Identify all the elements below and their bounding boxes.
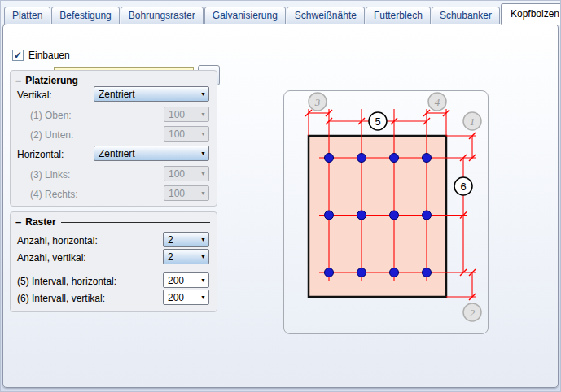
rechts-label: (4) Rechts: <box>30 189 78 200</box>
tab-schubanker[interactable]: Schubanker <box>432 7 500 24</box>
tab-schweissnaehte[interactable]: Schweißnähte <box>287 7 365 24</box>
chevron-down-icon: ▼ <box>200 150 206 156</box>
intervall-horizontal-combo[interactable]: 200 ▼ <box>163 272 209 288</box>
oben-value: 100 <box>169 109 185 120</box>
marker-1-label: 1 <box>470 115 476 128</box>
anzahl-horizontal-label: Anzahl, horizontal: <box>17 235 98 246</box>
horizontal-value: Zentriert <box>99 148 135 159</box>
links-value: 100 <box>169 168 185 180</box>
header-rule <box>61 222 210 223</box>
intervall-horizontal-value: 200 <box>168 275 184 286</box>
chevron-down-icon: ▼ <box>200 237 206 242</box>
raster-group: – Raster Anzahl, horizontal: 2 ▼ Anzahl,… <box>10 211 217 312</box>
unten-value: 100 <box>169 128 185 140</box>
header-rule <box>83 81 210 81</box>
stud-layout-diagram: 3 4 1 2 5 6 <box>284 91 489 335</box>
chevron-down-icon: ▼ <box>200 171 206 176</box>
chevron-down-icon: ▼ <box>200 111 206 117</box>
tab-platten[interactable]: Platten <box>4 7 50 24</box>
chevron-down-icon: ▼ <box>200 91 206 97</box>
links-combo: 100 ▼ <box>164 166 209 181</box>
anzahl-vertikal-label: Anzahl, vertikal: <box>17 252 86 264</box>
raster-header: – Raster <box>15 216 210 228</box>
stud-layout-preview-panel: 3 4 1 2 5 6 <box>283 90 489 334</box>
unten-label: (2) Unten: <box>30 129 73 141</box>
tab-futterblech[interactable]: Futterblech <box>366 7 431 24</box>
anzahl-vertikal-value: 2 <box>168 251 173 263</box>
oben-label: (1) Oben: <box>30 110 72 121</box>
checkmark-icon: ✓ <box>14 50 22 60</box>
chevron-down-icon: ▼ <box>200 277 206 283</box>
chevron-down-icon: ▼ <box>200 131 206 137</box>
marker-4-label: 4 <box>435 96 440 108</box>
horizontal-combo[interactable]: Zentriert ▼ <box>94 146 209 161</box>
einbauen-checkbox[interactable]: ✓ <box>12 50 24 61</box>
chevron-down-icon: ▼ <box>200 190 206 196</box>
tab-bohrungsraster[interactable]: Bohrungsraster <box>121 7 204 24</box>
marker-5-label: 5 <box>375 115 380 128</box>
intervall-vertikal-value: 200 <box>168 292 184 303</box>
platzierung-header: – Platzierung <box>15 75 210 86</box>
tab-strip: Platten Befestigung Bohrungsraster Galva… <box>4 2 561 24</box>
horizontal-label: Horizontal: <box>17 149 64 160</box>
marker-3-label: 3 <box>314 96 321 108</box>
intervall-vertikal-combo[interactable]: 200 ▼ <box>163 290 209 305</box>
anzahl-horizontal-combo[interactable]: 2 ▼ <box>163 232 209 247</box>
anzahl-horizontal-value: 2 <box>168 234 173 246</box>
collapse-icon[interactable]: – <box>15 76 21 85</box>
raster-title: Raster <box>25 216 55 228</box>
chevron-down-icon: ▼ <box>200 254 206 259</box>
platzierung-group: – Platzierung Vertikal: Zentriert ▼ (1) … <box>10 70 217 207</box>
anzahl-vertikal-combo[interactable]: 2 ▼ <box>163 249 209 264</box>
vertikal-label: Vertikal: <box>17 89 52 101</box>
marker-2-label: 2 <box>470 307 476 319</box>
einbauen-row: ✓ Einbauen <box>12 50 70 61</box>
platzierung-title: Platzierung <box>25 75 78 86</box>
rechts-combo: 100 ▼ <box>164 185 209 201</box>
marker-6-label: 6 <box>460 181 466 193</box>
tab-kopfbolzen[interactable]: Kopfbolzen <box>501 3 561 25</box>
tab-befestigung[interactable]: Befestigung <box>51 7 119 24</box>
intervall-horizontal-label: (5) Intervall, horizontal: <box>17 276 116 287</box>
oben-combo: 100 ▼ <box>164 107 209 122</box>
vertikal-value: Zentriert <box>99 89 135 100</box>
links-label: (3) Links: <box>30 169 70 181</box>
unten-combo: 100 ▼ <box>164 126 209 142</box>
rechts-value: 100 <box>169 188 185 199</box>
collapse-icon[interactable]: – <box>15 217 21 227</box>
vertikal-combo[interactable]: Zentriert ▼ <box>94 86 209 102</box>
einbauen-label: Einbauen <box>28 50 70 61</box>
tab-galvanisierung[interactable]: Galvanisierung <box>204 7 286 24</box>
intervall-vertikal-label: (6) Intervall, vertikal: <box>17 293 105 304</box>
chevron-down-icon: ▼ <box>200 294 206 300</box>
kopfbolzen-dialog: Platten Befestigung Bohrungsraster Galva… <box>0 0 561 392</box>
